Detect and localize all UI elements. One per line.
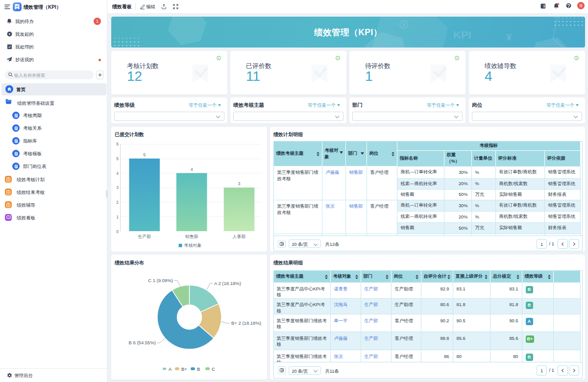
svg-text:A 2 (18.18%): A 2 (18.18%) — [214, 281, 241, 286]
svg-text:2: 2 — [116, 200, 119, 205]
svg-text:5: 5 — [116, 156, 119, 161]
svg-text:销售部: 销售部 — [185, 234, 198, 239]
svg-text:B: B — [197, 366, 200, 372]
svg-text:生产部: 生产部 — [138, 234, 151, 239]
svg-text:4: 4 — [116, 171, 119, 176]
svg-text:考核对象: 考核对象 — [184, 243, 202, 248]
svg-text:C 1 (9.09%): C 1 (9.09%) — [148, 278, 173, 283]
svg-text:0: 0 — [116, 229, 119, 234]
svg-text:人事部: 人事部 — [233, 234, 246, 239]
svg-text:6: 6 — [116, 142, 119, 146]
svg-text:5: 5 — [143, 152, 146, 157]
svg-text:A: A — [169, 366, 172, 372]
svg-text:B+: B+ — [181, 366, 187, 372]
svg-text:3: 3 — [238, 181, 240, 186]
svg-text:B 6 (54.55%): B 6 (54.55%) — [129, 340, 156, 345]
svg-text:1: 1 — [116, 215, 119, 219]
svg-text:3: 3 — [116, 185, 119, 190]
svg-text:B+ 2 (18.18%): B+ 2 (18.18%) — [231, 320, 261, 326]
svg-text:4: 4 — [191, 167, 193, 172]
svg-text:C: C — [212, 366, 215, 372]
